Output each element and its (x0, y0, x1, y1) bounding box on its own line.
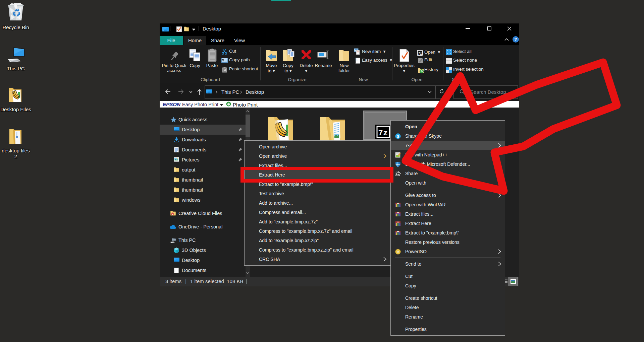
svg-text:?: ? (515, 37, 517, 42)
svg-text:S: S (397, 134, 399, 138)
svg-text:7z: 7z (418, 51, 422, 55)
svg-text:7z: 7z (378, 129, 388, 138)
